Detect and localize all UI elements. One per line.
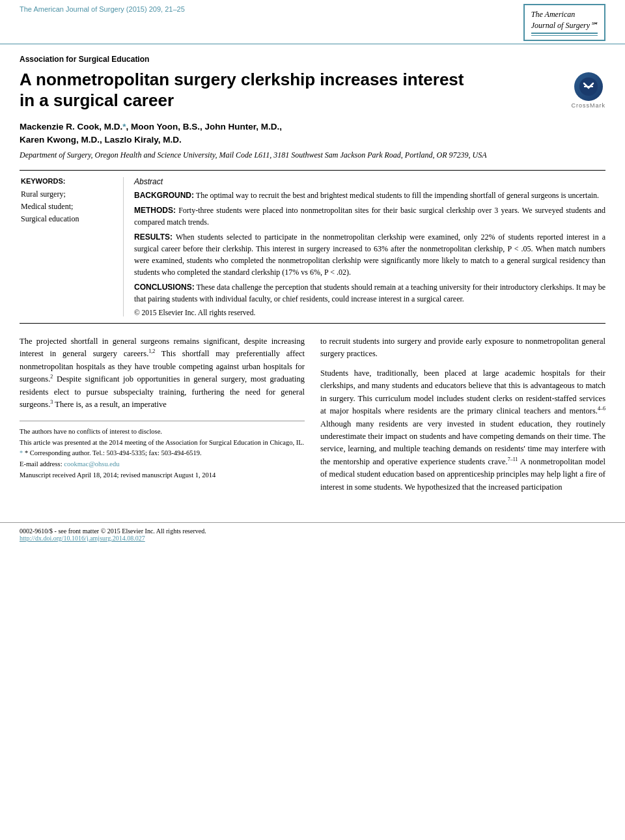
- superscript-4-6: 4–6: [598, 406, 605, 412]
- body-left-paragraph1: The projected shortfall in general surge…: [20, 335, 305, 412]
- footnote-presentation: This article was presented at the 2014 m…: [20, 438, 305, 449]
- top-bar: The American Journal of Surgery (2015) 2…: [0, 0, 625, 44]
- affiliation: Department of Surgery, Oregon Health and…: [20, 149, 605, 161]
- logo-underline1: [531, 33, 598, 34]
- journal-citation: The American Journal of Surgery (2015) 2…: [20, 4, 185, 13]
- abstract-results: RESULTS: When students selected to parti…: [134, 231, 605, 278]
- footnote-box: The authors have no conflicts of interes…: [20, 421, 305, 481]
- superscript-1: 1,2: [148, 348, 155, 354]
- column-left: The projected shortfall in general surge…: [20, 335, 305, 500]
- journal-logo-box: The American Journal of Surgery℠: [523, 4, 605, 41]
- authors: Mackenzie R. Cook, M.D.*, Moon Yoon, B.S…: [20, 120, 605, 147]
- crossmark-svg: [579, 77, 598, 96]
- conclusions-text: These data challenge the perception that…: [134, 283, 605, 303]
- footnote-conflict: The authors have no conflicts of interes…: [20, 427, 305, 438]
- superscript-3: 3: [50, 399, 53, 405]
- keyword-2: Medical student;: [21, 201, 114, 213]
- superscript-2: 2: [50, 374, 53, 380]
- bottom-bar: 0002-9610/$ - see front matter © 2015 El…: [0, 522, 625, 544]
- article-title: A nonmetropolitan surgery clerkship incr…: [20, 69, 477, 111]
- abstract-column: Abstract BACKGROUND: The optimal way to …: [124, 177, 605, 316]
- title-row: A nonmetropolitan surgery clerkship incr…: [20, 69, 605, 120]
- two-column-body: The projected shortfall in general surge…: [20, 335, 605, 500]
- journal-logo-title: The American Journal of Surgery℠: [531, 9, 598, 31]
- main-content: Association for Surgical Education A non…: [0, 44, 625, 513]
- footnote-asterisk: *: [20, 449, 23, 456]
- column-right: to recruit students into surgery and pro…: [320, 335, 605, 500]
- body-right-paragraph1: to recruit students into surgery and pro…: [320, 335, 605, 361]
- crossmark: CrossMark: [571, 69, 605, 109]
- superscript-7-11: 7–11: [508, 456, 518, 462]
- abstract-methods: METHODS: Forty-three students were place…: [134, 204, 605, 228]
- body-right-paragraph2: Students have, traditionally, been place…: [320, 367, 605, 494]
- footnote-email-row: E-mail address: cookmac@ohsu.edu: [20, 459, 305, 470]
- keywords-column: KEYWORDS: Rural surgery; Medical student…: [20, 177, 124, 316]
- keyword-3: Surgical education: [21, 213, 114, 225]
- conclusions-label: CONCLUSIONS:: [134, 283, 195, 292]
- copyright: © 2015 Elsevier Inc. All rights reserved…: [134, 309, 605, 316]
- abstract-conclusions: CONCLUSIONS: These data challenge the pe…: [134, 281, 605, 305]
- crossmark-icon: [574, 72, 603, 101]
- section-label: Association for Surgical Education: [20, 55, 605, 64]
- footnote-manuscript: Manuscript received April 18, 2014; revi…: [20, 470, 305, 481]
- body-right-text: to recruit students into surgery and pro…: [320, 335, 605, 494]
- results-label: RESULTS:: [134, 232, 173, 242]
- keywords-list: Rural surgery; Medical student; Surgical…: [21, 188, 114, 226]
- background-label: BACKGROUND:: [134, 191, 194, 200]
- doi-link[interactable]: http://dx.doi.org/10.1016/j.amjsurg.2014…: [20, 535, 145, 542]
- footnote-email-link[interactable]: cookmac@ohsu.edu: [64, 460, 119, 468]
- results-text: When students selected to participate in…: [134, 232, 605, 277]
- keywords-abstract: KEYWORDS: Rural surgery; Medical student…: [20, 170, 605, 324]
- footnote-corresponding: * * Corresponding author. Tel.: 503-494-…: [20, 448, 305, 459]
- keywords-heading: KEYWORDS:: [21, 177, 114, 185]
- keyword-1: Rural surgery;: [21, 188, 114, 201]
- methods-text: Forty-three students were placed into no…: [134, 206, 605, 227]
- abstract-background: BACKGROUND: The optimal way to recruit t…: [134, 189, 605, 201]
- abstract-heading: Abstract: [134, 177, 605, 186]
- crossmark-label: CrossMark: [571, 102, 605, 109]
- methods-label: METHODS:: [134, 206, 176, 215]
- page: The American Journal of Surgery (2015) 2…: [0, 0, 625, 840]
- logo-underline2: [531, 35, 598, 36]
- background-text: The optimal way to recruit the best and …: [196, 191, 599, 200]
- body-left-text: The projected shortfall in general surge…: [20, 335, 305, 412]
- issn-line: 0002-9610/$ - see front matter © 2015 El…: [20, 527, 605, 535]
